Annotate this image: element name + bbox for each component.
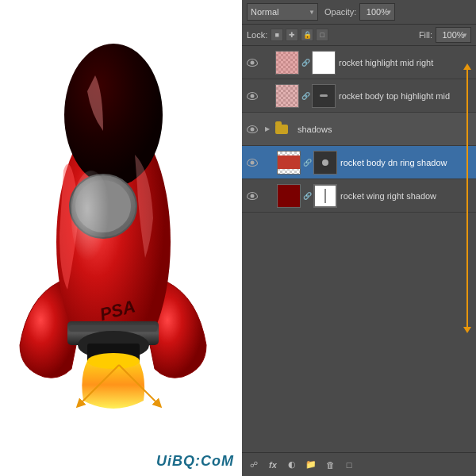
blend-mode-select[interactable]: Normal Dissolve Multiply Screen Overlay <box>247 3 318 21</box>
panel-toolbar: Normal Dissolve Multiply Screen Overlay … <box>242 0 476 25</box>
layer-chain-2: 🔗 <box>302 92 309 100</box>
layer-name-5: rocket wing right shadow <box>340 191 473 201</box>
layer-visibility-4[interactable] <box>245 155 259 170</box>
eye-icon-5 <box>247 192 258 200</box>
lock-all-icon[interactable]: 🔒 <box>301 29 313 41</box>
layer-mask-2 <box>312 84 336 108</box>
layer-visibility-5[interactable] <box>245 189 259 203</box>
layer-thumb-1 <box>275 51 299 75</box>
fill-wrapper[interactable] <box>436 27 471 43</box>
layers-panel: Normal Dissolve Multiply Screen Overlay … <box>242 0 476 476</box>
svg-line-13 <box>119 365 159 405</box>
new-layer-icon[interactable]: □ <box>342 458 356 472</box>
layer-name-2: rocket body top highlight mid <box>339 91 473 101</box>
layer-visibility-1[interactable] <box>245 56 259 70</box>
lock-icons: ■ ✚ 🔒 □ <box>271 29 328 41</box>
fill-input[interactable] <box>436 27 471 43</box>
layers-list: 🔗 rocket highlight mid right 🔗 <box>242 46 476 452</box>
layer-thumb-4 <box>277 151 301 175</box>
svg-point-1 <box>64 44 163 186</box>
fill-label: Fill: <box>419 30 432 40</box>
layer-mask-5 <box>313 184 337 208</box>
layer-mask-1 <box>312 51 336 75</box>
folder-icon <box>275 125 288 134</box>
lock-artboard-icon[interactable]: □ <box>316 29 328 41</box>
layer-thumb-2 <box>275 84 299 108</box>
layer-thumb-5 <box>277 184 301 208</box>
eye-icon-4 <box>247 159 258 167</box>
eye-icon-1 <box>247 59 258 67</box>
trash-icon[interactable]: 🗑 <box>323 458 337 472</box>
adjustment-icon[interactable]: ◐ <box>285 458 299 472</box>
opacity-input[interactable] <box>359 3 395 21</box>
arrow-tip-up <box>463 63 471 70</box>
layer-item-5[interactable]: 🔗 rocket wing right shadow <box>242 179 476 213</box>
arrow-tip-down <box>463 327 471 333</box>
layer-item[interactable]: 🔗 rocket highlight mid right <box>242 46 476 79</box>
lock-row: Lock: ■ ✚ 🔒 □ Fill: <box>242 25 476 46</box>
layer-name-group: shadows <box>298 125 473 134</box>
fx-icon[interactable]: fx <box>266 458 280 472</box>
layer-visibility-3[interactable] <box>245 122 259 136</box>
svg-point-10 <box>71 171 111 266</box>
layer-mask-4 <box>313 151 337 175</box>
watermark: UiBQ:CoM <box>156 453 234 470</box>
canvas-area: PSA UiBQ:CoM <box>0 0 242 476</box>
layer-name-4: rocket body dn ring shadow <box>340 158 473 167</box>
layer-item-4[interactable]: 🔗 rocket body dn ring shadow <box>242 146 476 179</box>
layer-visibility-2[interactable] <box>245 89 259 103</box>
folder-bottom-icon[interactable]: 📁 <box>304 458 318 472</box>
expand-icon[interactable]: ▶ <box>263 125 272 134</box>
opacity-wrapper[interactable] <box>359 3 395 21</box>
layer-item-2[interactable]: 🔗 rocket body top highlight mid <box>242 79 476 113</box>
blend-mode-wrapper[interactable]: Normal Dissolve Multiply Screen Overlay <box>247 3 318 21</box>
arrow-line <box>466 70 468 327</box>
eye-icon-2 <box>247 92 258 100</box>
panel-bottom: ☍ fx ◐ 📁 🗑 □ <box>242 452 476 476</box>
lock-position-icon[interactable]: ✚ <box>286 29 298 41</box>
link-bottom-icon[interactable]: ☍ <box>247 458 261 472</box>
opacity-label: Opacity: <box>324 7 356 17</box>
lock-label: Lock: <box>247 30 267 40</box>
lock-pixels-icon[interactable]: ■ <box>271 29 283 41</box>
orange-arrow <box>463 63 471 333</box>
layer-item-group[interactable]: ▶ shadows <box>242 113 476 146</box>
layer-chain-5: 🔗 <box>304 192 310 200</box>
layer-name-1: rocket highlight mid right <box>339 58 473 67</box>
annotation-arrows <box>48 357 190 420</box>
svg-rect-5 <box>69 325 157 332</box>
layer-chain-4: 🔗 <box>304 159 310 167</box>
layer-chain-1: 🔗 <box>302 59 309 67</box>
eye-icon-3 <box>247 125 258 133</box>
main-container: PSA UiBQ:CoM <box>0 0 476 476</box>
svg-line-12 <box>79 365 119 405</box>
